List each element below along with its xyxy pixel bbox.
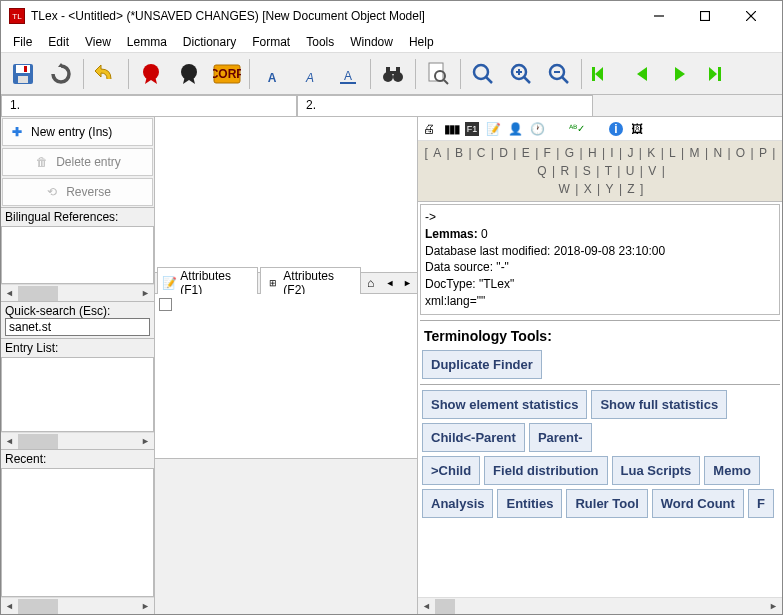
user-icon[interactable]: 👤 xyxy=(507,121,523,137)
left-panel: ✚ New entry (Ins) 🗑 Delete entry ⟲ Rever… xyxy=(1,117,155,614)
svg-rect-1 xyxy=(701,12,710,21)
right-panel: 🖨 ▮▮▮ F1 📝 👤 🕐 ᴬᴮ✓ i 🖼 [ A | B | C | D |… xyxy=(418,117,782,614)
entry-list-label: Entry List: xyxy=(5,341,150,355)
parent-button[interactable]: Parent- xyxy=(529,423,592,452)
analysis-button[interactable]: Analysis xyxy=(422,489,493,518)
image-icon[interactable]: 🖼 xyxy=(629,121,645,137)
italic-button[interactable]: A xyxy=(292,56,328,92)
lua-scripts-button[interactable]: Lua Scripts xyxy=(612,456,701,485)
menu-file[interactable]: File xyxy=(5,33,40,51)
print-icon[interactable]: 🖨 xyxy=(421,121,437,137)
menu-help[interactable]: Help xyxy=(401,33,442,51)
svg-rect-19 xyxy=(396,67,400,75)
biling-scroll[interactable]: ◄► xyxy=(1,284,154,301)
word-count-button[interactable]: Word Count xyxy=(652,489,744,518)
quick-search-label: Quick-search (Esc): xyxy=(5,304,150,318)
binoculars-button[interactable] xyxy=(375,56,411,92)
barcode-icon[interactable]: ▮▮▮ xyxy=(443,121,459,137)
undo-button[interactable] xyxy=(88,56,124,92)
svg-line-23 xyxy=(444,80,448,84)
menu-view[interactable]: View xyxy=(77,33,119,51)
svg-rect-6 xyxy=(18,76,28,83)
recent-list[interactable] xyxy=(1,468,154,597)
recent-scroll[interactable]: ◄► xyxy=(1,597,154,614)
attributes-body[interactable] xyxy=(155,294,417,457)
info-icon[interactable]: i xyxy=(609,122,623,136)
underline-button[interactable]: A xyxy=(330,56,366,92)
reverse-button[interactable]: ⟲ Reverse xyxy=(2,178,153,206)
tree-area[interactable] xyxy=(155,117,417,272)
separator xyxy=(460,59,461,89)
last-button[interactable] xyxy=(700,56,736,92)
entry-list-box[interactable] xyxy=(1,357,154,432)
svg-text:A: A xyxy=(268,71,277,85)
reverse-icon: ⟲ xyxy=(44,184,60,200)
tools-row-3: Child<-Parent Parent- xyxy=(418,421,782,454)
alpha-row-1[interactable]: [ A | B | C | D | E | F | G | H | I | J … xyxy=(421,144,779,180)
center-panel: 📝 Attributes (F1) ⊞ Attributes (F2) ⌂ ◄ … xyxy=(155,117,418,614)
clock-icon[interactable]: 🕐 xyxy=(529,121,545,137)
refresh-button[interactable] xyxy=(43,56,79,92)
show-elem-stats-button[interactable]: Show element statistics xyxy=(422,390,587,419)
entry-scroll[interactable]: ◄► xyxy=(1,432,154,449)
maximize-button[interactable] xyxy=(682,2,728,30)
attr-checkbox[interactable] xyxy=(159,298,172,311)
svg-line-27 xyxy=(524,77,530,83)
field-dist-button[interactable]: Field distribution xyxy=(484,456,607,485)
edit-icon: 📝 xyxy=(162,275,177,291)
quick-search-input[interactable] xyxy=(5,318,150,336)
tab-2[interactable]: 2. xyxy=(297,95,593,116)
zoom-out-button[interactable] xyxy=(541,56,577,92)
tab-1[interactable]: 1. xyxy=(1,95,297,116)
document-tabs: 1. 2. xyxy=(1,95,782,117)
minimize-button[interactable] xyxy=(636,2,682,30)
reverse-label: Reverse xyxy=(66,185,111,199)
black-seal-button[interactable] xyxy=(171,56,207,92)
next-button[interactable] xyxy=(662,56,698,92)
biling-refs-list[interactable] xyxy=(1,226,154,284)
menu-edit[interactable]: Edit xyxy=(40,33,77,51)
to-child-button[interactable]: >Child xyxy=(422,456,480,485)
find-document-button[interactable] xyxy=(420,56,456,92)
zoom-reset-button[interactable] xyxy=(465,56,501,92)
right-toolbar: 🖨 ▮▮▮ F1 📝 👤 🕐 ᴬᴮ✓ i 🖼 xyxy=(418,117,782,141)
right-scroll[interactable]: ◄► xyxy=(418,597,782,614)
spellcheck-icon[interactable]: ᴬᴮ✓ xyxy=(569,121,585,137)
child-parent-button[interactable]: Child<-Parent xyxy=(422,423,525,452)
menu-format[interactable]: Format xyxy=(244,33,298,51)
corp-button[interactable]: CORP xyxy=(209,56,245,92)
menu-lemma[interactable]: Lemma xyxy=(119,33,175,51)
tools-row-5: Analysis Entities Ruler Tool Word Count … xyxy=(418,487,782,520)
note-icon[interactable]: F1 xyxy=(465,122,479,136)
duplicate-finder-button[interactable]: Duplicate Finder xyxy=(422,350,542,379)
close-button[interactable] xyxy=(728,2,774,30)
menu-tools[interactable]: Tools xyxy=(298,33,342,51)
show-full-stats-button[interactable]: Show full statistics xyxy=(591,390,727,419)
scroll-right-icon[interactable]: ► xyxy=(400,275,415,291)
save-button[interactable] xyxy=(5,56,41,92)
memo-button[interactable]: Memo xyxy=(704,456,760,485)
zoom-in-button[interactable] xyxy=(503,56,539,92)
home-icon[interactable]: ⌂ xyxy=(363,275,378,291)
font-button[interactable]: A xyxy=(254,56,290,92)
info-arrow: -> xyxy=(425,209,775,226)
doctype-line: DocType: "TLex" xyxy=(425,276,775,293)
delete-entry-button[interactable]: 🗑 Delete entry xyxy=(2,148,153,176)
svg-rect-7 xyxy=(24,66,27,72)
ruler-tool-button[interactable]: Ruler Tool xyxy=(566,489,647,518)
entities-button[interactable]: Entities xyxy=(497,489,562,518)
tools-row-4: >Child Field distribution Lua Scripts Me… xyxy=(418,454,782,487)
scroll-left-icon[interactable]: ◄ xyxy=(382,275,397,291)
alpha-row-2[interactable]: W | X | Y | Z ] xyxy=(421,180,779,198)
prev-button[interactable] xyxy=(624,56,660,92)
svg-rect-33 xyxy=(592,67,595,81)
menu-window[interactable]: Window xyxy=(342,33,401,51)
first-button[interactable] xyxy=(586,56,622,92)
red-seal-button[interactable] xyxy=(133,56,169,92)
edit-note-icon[interactable]: 📝 xyxy=(485,121,501,137)
menu-dictionary[interactable]: Dictionary xyxy=(175,33,244,51)
f-button[interactable]: F xyxy=(748,489,774,518)
new-entry-button[interactable]: ✚ New entry (Ins) xyxy=(2,118,153,146)
recent-label: Recent: xyxy=(5,452,150,466)
separator xyxy=(128,59,129,89)
